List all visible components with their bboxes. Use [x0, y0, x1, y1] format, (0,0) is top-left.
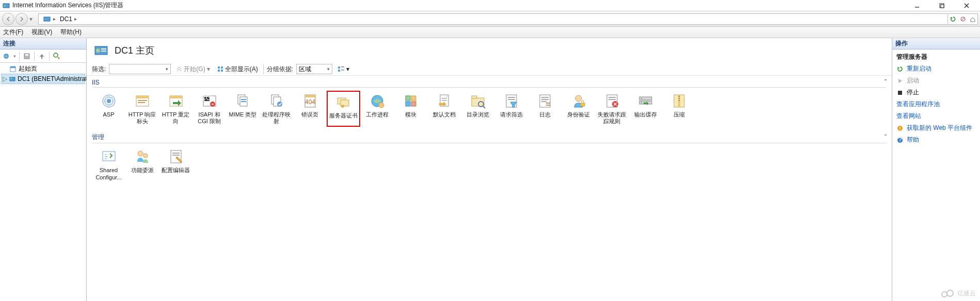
feature-failed-req[interactable]: 失败请求跟踪规则	[595, 91, 629, 127]
refresh-all-icon[interactable]	[949, 15, 957, 23]
feature-default-doc[interactable]: 默认文档	[427, 91, 461, 127]
filter-showall-label: 全部显示(A)	[225, 65, 258, 74]
svg-rect-36	[138, 102, 145, 103]
feature-modules[interactable]: 模块	[394, 91, 427, 127]
nav-back-button[interactable]	[2, 13, 14, 25]
filter-input[interactable]: ▾	[109, 64, 171, 74]
svg-rect-27	[341, 66, 344, 68]
feature-delegation[interactable]: 功能委派	[125, 146, 159, 182]
breadcrumb-bar[interactable]: ▸ DC1 ▸	[38, 13, 948, 25]
tree-start-page-label: 起始页	[19, 64, 37, 73]
home-icon[interactable]	[969, 15, 977, 23]
warning-icon	[896, 125, 904, 132]
minimize-button[interactable]	[910, 1, 924, 10]
feature-server-cert[interactable]: 服务器证书	[327, 91, 360, 127]
svg-text:CGI: CGI	[201, 94, 212, 102]
tree-server[interactable]: ▷ DC1 (BENET\Administrator	[1, 74, 85, 84]
svg-rect-25	[221, 70, 223, 72]
action-help[interactable]: ? 帮助	[896, 136, 976, 144]
group-header-iis[interactable]: IIS ˆ	[92, 78, 887, 88]
svg-rect-34	[136, 96, 149, 98]
svg-rect-73	[541, 97, 549, 98]
svg-rect-69	[506, 95, 517, 107]
server-cert-icon	[335, 94, 352, 110]
error-pages-icon: 404	[302, 93, 318, 109]
menu-view[interactable]: 视图(V)	[31, 28, 52, 37]
feature-config-editor[interactable]: 配置编辑器	[159, 146, 192, 182]
action-view-app-pools-label: 查看应用程序池	[896, 100, 940, 109]
feature-req-filter[interactable]: 请求筛选	[494, 91, 528, 127]
svg-rect-17	[10, 78, 12, 79]
breadcrumb-root[interactable]: ▸	[41, 15, 58, 23]
group-header-mgmt[interactable]: 管理 ˆ	[92, 132, 887, 143]
svg-rect-26	[338, 66, 340, 69]
feature-asp[interactable]: ASP	[92, 91, 125, 127]
action-view-sites[interactable]: 查看网站	[896, 112, 976, 121]
restart-icon	[896, 65, 904, 73]
action-stop-label: 停止	[907, 88, 919, 97]
iis-icon-grid: ASPHTTP 响应标头HTTP 重定向CGIISAPI 和 CGI 限制MIM…	[92, 91, 887, 127]
feature-worker[interactable]: 工作进程	[360, 91, 394, 127]
groupby-value: 区域	[299, 65, 311, 74]
feature-dir-browse[interactable]: 目录浏览	[461, 91, 494, 127]
svg-point-84	[641, 98, 642, 99]
http-response-icon	[134, 93, 151, 109]
connect-dropdown[interactable]: ▾	[13, 54, 16, 59]
action-view-app-pools[interactable]: 查看应用程序池	[896, 100, 976, 109]
feature-mime-label: MIME 类型	[229, 111, 257, 118]
menu-help[interactable]: 帮助(H)	[60, 28, 82, 37]
nav-history-dropdown[interactable]: ▾	[28, 15, 34, 23]
main-panel: DC1 主页 筛选: ▾ 开始(G) ▾ 全部显示(A) 分组依据: 区域▾ ▾	[87, 38, 892, 301]
close-button[interactable]	[959, 1, 974, 10]
tree-toggle-icon[interactable]: ▷	[3, 75, 7, 82]
auth-icon	[570, 93, 587, 109]
save-icon[interactable]	[23, 52, 31, 60]
tree-start-page[interactable]: 起始页	[1, 64, 85, 74]
feature-logging[interactable]: 日志	[528, 91, 561, 127]
svg-rect-62	[411, 102, 416, 106]
feature-handler[interactable]: 处理程序映射	[260, 91, 293, 127]
config-editor-icon	[168, 148, 184, 165]
feature-isapi-cgi-label: ISAPI 和 CGI 限制	[194, 111, 225, 125]
feature-compress[interactable]: 压缩	[662, 91, 696, 127]
up-icon[interactable]	[38, 52, 46, 60]
svg-rect-59	[406, 96, 410, 101]
filter-start-button[interactable]: 开始(G) ▾	[174, 64, 212, 74]
svg-point-1	[4, 5, 6, 6]
nav-forward-button[interactable]	[15, 13, 28, 25]
feature-error-pages[interactable]: 404错误页	[293, 91, 327, 127]
filter-showall-button[interactable]: 全部显示(A)	[215, 64, 260, 74]
refresh-icon[interactable]	[53, 52, 61, 60]
view-mode-button[interactable]: ▾	[335, 64, 351, 74]
stop-all-icon[interactable]	[959, 15, 967, 23]
shared-config-icon	[101, 148, 117, 165]
feature-http-response[interactable]: HTTP 响应标头	[125, 91, 159, 127]
feature-output-cache[interactable]: 输出缓存	[629, 91, 662, 127]
feature-handler-label: 处理程序映射	[261, 111, 292, 125]
feature-worker-label: 工作进程	[366, 111, 389, 118]
feature-isapi-cgi[interactable]: CGIISAPI 和 CGI 限制	[192, 91, 226, 127]
groupby-select[interactable]: 区域▾	[296, 64, 332, 74]
connect-icon[interactable]	[2, 52, 10, 60]
breadcrumb-node[interactable]: DC1 ▸	[58, 15, 79, 23]
action-get-wpi[interactable]: 获取新的 Web 平台组件	[896, 124, 976, 132]
collapse-icon[interactable]: ˆ	[885, 79, 887, 86]
collapse-icon[interactable]: ˆ	[885, 134, 887, 141]
feature-delegation-label: 功能委派	[131, 167, 154, 174]
action-stop[interactable]: 停止	[896, 88, 976, 97]
feature-http-redirect[interactable]: HTTP 重定向	[159, 91, 192, 127]
svg-rect-43	[212, 104, 214, 105]
modules-icon	[403, 93, 419, 109]
svg-rect-4	[941, 5, 944, 8]
menu-file[interactable]: 文件(F)	[3, 28, 23, 37]
svg-text:?: ?	[898, 137, 902, 143]
svg-point-31	[107, 99, 111, 103]
svg-rect-90	[679, 100, 680, 101]
feature-shared-config[interactable]: Shared Configur...	[92, 146, 125, 182]
mgmt-icon-grid: Shared Configur...功能委派配置编辑器	[92, 146, 887, 182]
svg-point-13	[54, 53, 58, 57]
feature-auth[interactable]: 身份验证	[561, 91, 595, 127]
maximize-button[interactable]	[935, 1, 949, 10]
feature-mime[interactable]: MIME 类型	[226, 91, 260, 127]
action-restart[interactable]: 重新启动	[896, 64, 976, 73]
